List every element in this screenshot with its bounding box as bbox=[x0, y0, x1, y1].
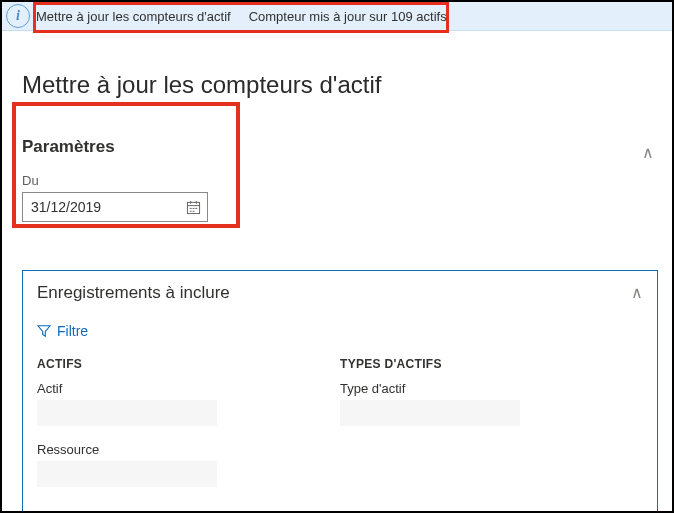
info-message-secondary: Compteur mis à jour sur 109 actifs bbox=[249, 9, 447, 24]
params-section: Paramètres Du 31/12/2019 bbox=[22, 137, 658, 222]
date-input[interactable]: 31/12/2019 bbox=[22, 192, 208, 222]
col-heading-actifs: ACTIFS bbox=[37, 357, 340, 371]
content-area: Mettre à jour les compteurs d'actif Para… bbox=[2, 31, 672, 513]
info-icon: i bbox=[6, 4, 30, 28]
records-panel: Enregistrements à inclure ∧ Filtre ACTIF… bbox=[22, 270, 658, 513]
records-heading: Enregistrements à inclure bbox=[37, 283, 643, 303]
field-label-type-actif: Type d'actif bbox=[340, 381, 643, 396]
column-types: TYPES D'ACTIFS Type d'actif bbox=[340, 357, 643, 503]
field-label-actif: Actif bbox=[37, 381, 340, 396]
app-frame: i Mettre à jour les compteurs d'actif Co… bbox=[0, 0, 674, 513]
field-input-actif[interactable] bbox=[37, 400, 217, 426]
filter-label: Filtre bbox=[57, 323, 88, 339]
params-heading: Paramètres bbox=[22, 137, 658, 157]
column-actifs: ACTIFS Actif Ressource bbox=[37, 357, 340, 503]
date-value: 31/12/2019 bbox=[31, 199, 101, 215]
info-bar: i Mettre à jour les compteurs d'actif Co… bbox=[2, 2, 672, 31]
field-label-ressource: Ressource bbox=[37, 442, 340, 457]
params-collapse-chevron-icon[interactable]: ∧ bbox=[642, 143, 654, 162]
calendar-icon[interactable] bbox=[186, 200, 201, 215]
filter-columns: ACTIFS Actif Ressource TYPES D'ACTIFS Ty… bbox=[37, 357, 643, 503]
filter-link[interactable]: Filtre bbox=[37, 323, 643, 339]
records-collapse-chevron-icon[interactable]: ∧ bbox=[631, 283, 643, 302]
field-input-ressource[interactable] bbox=[37, 461, 217, 487]
page-title: Mettre à jour les compteurs d'actif bbox=[22, 71, 658, 99]
filter-icon bbox=[37, 324, 51, 338]
col-heading-types: TYPES D'ACTIFS bbox=[340, 357, 643, 371]
info-message-primary: Mettre à jour les compteurs d'actif bbox=[36, 9, 231, 24]
field-input-type-actif[interactable] bbox=[340, 400, 520, 426]
date-label: Du bbox=[22, 173, 658, 188]
